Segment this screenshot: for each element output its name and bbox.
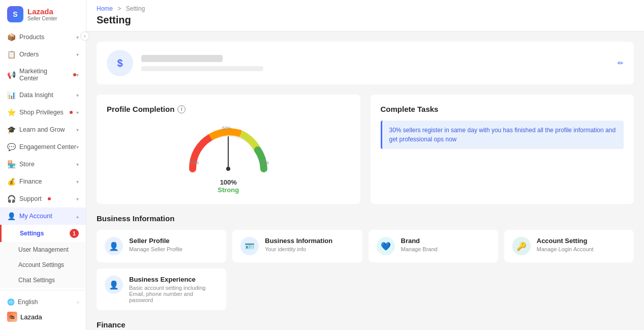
profile-name-bar [141, 55, 223, 62]
profile-card: $ ✏ [97, 42, 634, 84]
complete-tasks-card: Complete Tasks 30% sellers register in s… [371, 95, 634, 204]
breadcrumb: Home > Setting [97, 5, 634, 12]
sidebar-item-engagement[interactable]: 💬 Engagement Center ▾ [0, 138, 86, 156]
sub-nav: Settings 1 User Management Account Setti… [0, 225, 86, 288]
card-brand[interactable]: 💙 Brand Manage Brand [369, 230, 498, 262]
business-info-title: Business Information [97, 214, 634, 223]
svg-point-1 [226, 167, 230, 171]
sidebar-label-learn: Learn and Grow [19, 126, 65, 133]
sidebar-label-products: Products [19, 34, 44, 41]
sidebar: S Lazada Seller Center 📦 Products ▾ 📋 Or… [0, 0, 86, 330]
lazada-footer-label: Lazada [20, 313, 42, 321]
breadcrumb-home[interactable]: Home [97, 5, 113, 12]
sub-nav-chat-label: Chat Settings [18, 277, 55, 284]
language-chevron: › [77, 299, 79, 305]
card-account-setting[interactable]: 🔑 Account Setting Manage Login Account [504, 230, 634, 262]
profile-completion-title: Profile Completion i [107, 105, 350, 113]
lazada-footer: 🛍 Lazada [7, 309, 79, 325]
sidebar-label-support: Support [19, 195, 42, 202]
sidebar-nav: 📦 Products ▾ 📋 Orders ▾ 📢 Marketing Cent… [0, 28, 86, 290]
business-info-content: Business Information Your identity info [265, 237, 332, 252]
profile-sub-bar [141, 66, 263, 71]
completion-section: Profile Completion i [97, 95, 634, 204]
card-seller-profile[interactable]: 👤 Seller Profile Manage Seller Profile [97, 230, 226, 262]
chevron-support: ▾ [76, 196, 79, 202]
seller-profile-content: Seller Profile Manage Seller Profile [129, 237, 182, 252]
business-exp-content: Business Experience Basic account settin… [129, 276, 218, 303]
chevron-orders: ▾ [76, 52, 79, 57]
seller-profile-icon: 👤 [105, 237, 123, 255]
sub-nav-settings[interactable]: Settings 1 [0, 225, 86, 242]
sidebar-item-myaccount[interactable]: 👤 My Account ▴ [0, 207, 86, 225]
sidebar-item-marketing[interactable]: 📢 Marketing Center ▾ [0, 63, 86, 86]
logo-text: Lazada Seller Center [27, 7, 57, 21]
sidebar-collapse-button[interactable]: ‹ [80, 32, 89, 41]
seller-profile-title: Seller Profile [129, 237, 182, 245]
gauge-container: 20% 50% 80% 100% Strong [107, 121, 350, 194]
language-icon: 🌐 [7, 298, 15, 306]
topbar: Home > Setting Setting [86, 0, 644, 32]
sidebar-item-data[interactable]: 📊 Data Insight ▾ [0, 86, 86, 104]
breadcrumb-current: Setting [126, 5, 145, 12]
business-exp-row: 👤 Business Experience Basic account sett… [97, 268, 634, 310]
svg-text:80%: 80% [260, 160, 269, 165]
brand-content: Brand Manage Brand [401, 237, 438, 252]
sidebar-item-store[interactable]: 🏪 Store ▾ [0, 156, 86, 173]
support-icon: 🎧 [7, 195, 15, 203]
sidebar-item-learn[interactable]: 🎓 Learn and Grow ▾ [0, 121, 86, 138]
account-setting-sub: Manage Login Account [537, 246, 594, 252]
sidebar-item-products[interactable]: 📦 Products ▾ [0, 28, 86, 46]
chevron-shop: ▾ [76, 110, 79, 115]
chevron-myaccount: ▴ [76, 214, 79, 219]
sidebar-label-data: Data Insight [19, 92, 53, 99]
svg-text:50%: 50% [222, 126, 231, 131]
business-exp-title: Business Experience [129, 276, 218, 283]
gauge-svg: 20% 50% 80% [182, 121, 274, 176]
shop-icon: ⭐ [7, 108, 15, 116]
finance-icon: 💰 [7, 177, 15, 186]
brand-title: Brand [401, 237, 438, 245]
sub-nav-user-management[interactable]: User Management [0, 242, 86, 257]
logo-sub: Seller Center [27, 16, 57, 21]
sidebar-footer: 🌐 English › 🛍 Lazada [0, 290, 86, 330]
sub-nav-account-settings[interactable]: Account Settings [0, 257, 86, 273]
page-title: Setting [97, 14, 634, 26]
seller-profile-sub: Manage Seller Profile [129, 246, 182, 252]
profile-completion-card: Profile Completion i [97, 95, 360, 204]
gauge-percent: 100% [220, 178, 237, 186]
info-icon[interactable]: i [177, 105, 186, 113]
sidebar-item-shop[interactable]: ⭐ Shop Privileges ▾ [0, 104, 86, 121]
sidebar-item-finance[interactable]: 💰 Finance ▾ [0, 173, 86, 190]
chevron-engagement: ▾ [76, 144, 79, 150]
complete-tasks-label: Complete Tasks [381, 105, 439, 113]
myaccount-icon: 👤 [7, 212, 15, 220]
sub-nav-settings-label: Settings [20, 230, 44, 237]
sidebar-item-support[interactable]: 🎧 Support ▾ [0, 190, 86, 207]
main-content: Home > Setting Setting $ ✏ Profile Compl… [86, 0, 644, 330]
chevron-data: ▾ [76, 93, 79, 98]
sub-nav-chat-settings[interactable]: Chat Settings [0, 273, 86, 288]
sidebar-label-shop: Shop Privileges [19, 109, 64, 116]
edit-profile-button[interactable]: ✏ [618, 59, 624, 67]
logo-brand: Lazada [27, 7, 57, 16]
card-business-experience[interactable]: 👤 Business Experience Basic account sett… [97, 268, 226, 310]
avatar: $ [107, 50, 133, 76]
svg-text:20%: 20% [190, 160, 199, 165]
complete-tasks-title: Complete Tasks [381, 105, 624, 113]
chevron-finance: ▾ [76, 179, 79, 185]
sub-nav-account-label: Account Settings [18, 261, 64, 268]
sidebar-label-myaccount: My Account [19, 213, 52, 220]
marketing-icon: 📢 [7, 71, 15, 79]
logo: S Lazada Seller Center [0, 0, 86, 28]
chevron-learn: ▾ [76, 127, 79, 133]
brand-sub: Manage Brand [401, 246, 438, 252]
sidebar-item-orders[interactable]: 📋 Orders ▾ [0, 46, 86, 63]
lazada-footer-icon: 🛍 [7, 312, 17, 322]
content-area: $ ✏ Profile Completion i [86, 32, 644, 330]
language-label: English [18, 298, 38, 306]
business-exp-sub: Basic account setting including Email, p… [129, 285, 218, 303]
engagement-icon: 💬 [7, 143, 15, 151]
account-setting-title: Account Setting [537, 237, 594, 245]
card-business-information[interactable]: 🪪 Business Information Your identity inf… [232, 230, 362, 262]
language-selector[interactable]: 🌐 English › [7, 295, 79, 309]
